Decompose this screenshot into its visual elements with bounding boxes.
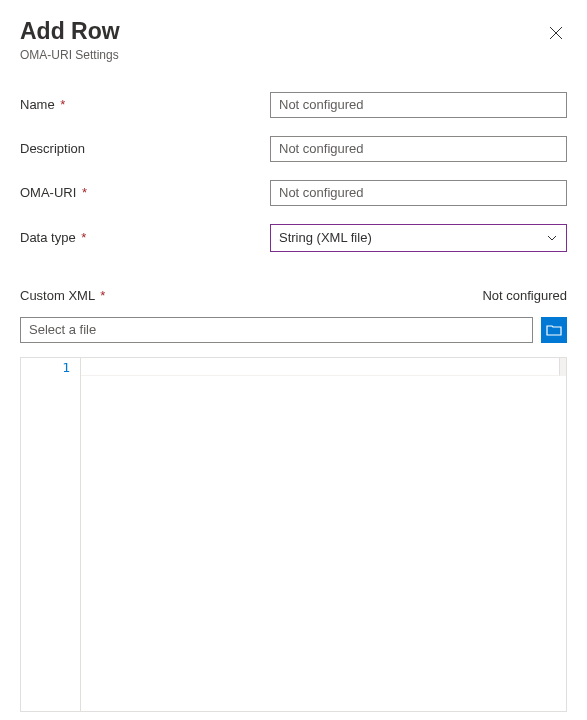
scrollbar-track: [560, 358, 566, 376]
description-input[interactable]: [270, 136, 567, 162]
folder-icon: [546, 323, 562, 337]
name-label-text: Name: [20, 97, 55, 112]
editor-line: [81, 358, 560, 376]
data-type-label-text: Data type: [20, 230, 76, 245]
required-marker: *: [60, 97, 65, 112]
description-label: Description: [20, 141, 270, 156]
required-marker: *: [81, 230, 86, 245]
chevron-down-icon: [546, 232, 558, 244]
line-number: 1: [21, 360, 70, 375]
data-type-value: String (XML file): [279, 230, 372, 245]
oma-uri-input[interactable]: [270, 180, 567, 206]
custom-xml-label-text: Custom XML: [20, 288, 95, 303]
custom-xml-status: Not configured: [482, 288, 567, 303]
oma-uri-label-text: OMA-URI: [20, 185, 76, 200]
required-marker: *: [100, 288, 105, 303]
data-type-label: Data type *: [20, 230, 270, 245]
description-label-text: Description: [20, 141, 85, 156]
dialog-subtitle: OMA-URI Settings: [20, 48, 120, 62]
name-label: Name *: [20, 97, 270, 112]
file-select-input[interactable]: [20, 317, 533, 343]
dialog-title: Add Row: [20, 18, 120, 46]
required-marker: *: [82, 185, 87, 200]
editor-content[interactable]: [81, 358, 566, 711]
oma-uri-label: OMA-URI *: [20, 185, 270, 200]
close-icon: [549, 26, 563, 40]
xml-editor[interactable]: 1: [20, 357, 567, 712]
close-button[interactable]: [545, 22, 567, 44]
data-type-select[interactable]: String (XML file): [270, 224, 567, 252]
editor-gutter: 1: [21, 358, 81, 711]
file-browse-button[interactable]: [541, 317, 567, 343]
custom-xml-label: Custom XML *: [20, 288, 105, 303]
name-input[interactable]: [270, 92, 567, 118]
